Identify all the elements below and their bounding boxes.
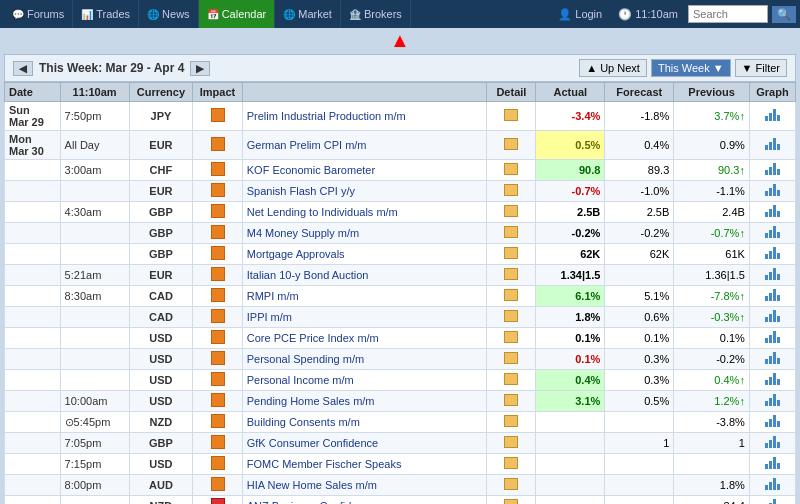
detail-cell[interactable]: [487, 286, 536, 307]
date-cell: [5, 370, 61, 391]
actual-cell: 1.8%: [536, 307, 605, 328]
nav-next[interactable]: ▶: [190, 61, 210, 76]
detail-cell[interactable]: [487, 475, 536, 496]
detail-icon[interactable]: [504, 289, 518, 301]
market-icon: 🌐: [283, 9, 295, 20]
graph-cell[interactable]: [749, 286, 795, 307]
graph-cell[interactable]: [749, 370, 795, 391]
graph-icon[interactable]: [765, 394, 780, 406]
graph-icon[interactable]: [765, 331, 780, 343]
detail-cell[interactable]: [487, 244, 536, 265]
graph-icon[interactable]: [765, 247, 780, 259]
filter-button[interactable]: ▼ Filter: [735, 59, 787, 77]
table-row: USD Core PCE Price Index m/m 0.1% 0.1% 0…: [5, 328, 796, 349]
detail-icon[interactable]: [504, 226, 518, 238]
graph-icon[interactable]: [765, 352, 780, 364]
detail-icon[interactable]: [504, 436, 518, 448]
login-button[interactable]: 👤 Login: [552, 5, 608, 24]
graph-cell[interactable]: [749, 307, 795, 328]
graph-cell[interactable]: [749, 328, 795, 349]
graph-icon[interactable]: [765, 268, 780, 280]
detail-cell[interactable]: [487, 349, 536, 370]
detail-cell[interactable]: [487, 433, 536, 454]
this-week-button[interactable]: This Week ▼: [651, 59, 731, 77]
nav-forums[interactable]: 💬 Forums: [4, 0, 73, 28]
graph-cell[interactable]: [749, 265, 795, 286]
graph-icon[interactable]: [765, 138, 780, 150]
graph-cell[interactable]: [749, 131, 795, 160]
detail-cell[interactable]: [487, 454, 536, 475]
detail-cell[interactable]: [487, 370, 536, 391]
impact-orange-icon: [211, 246, 225, 260]
graph-cell[interactable]: [749, 433, 795, 454]
detail-icon[interactable]: [504, 310, 518, 322]
detail-cell[interactable]: [487, 223, 536, 244]
detail-cell[interactable]: [487, 412, 536, 433]
graph-icon[interactable]: [765, 205, 780, 217]
nav-market[interactable]: 🌐 Market: [275, 0, 341, 28]
nav-calendar[interactable]: 📅 Calendar: [199, 0, 276, 28]
detail-cell[interactable]: [487, 328, 536, 349]
detail-icon[interactable]: [504, 352, 518, 364]
graph-cell[interactable]: [749, 391, 795, 412]
graph-icon[interactable]: [765, 478, 780, 490]
detail-cell[interactable]: [487, 160, 536, 181]
graph-icon[interactable]: [765, 436, 780, 448]
detail-icon[interactable]: [504, 394, 518, 406]
detail-cell[interactable]: [487, 391, 536, 412]
graph-cell[interactable]: [749, 102, 795, 131]
detail-icon[interactable]: [504, 331, 518, 343]
detail-icon[interactable]: [504, 499, 518, 504]
graph-icon[interactable]: [765, 310, 780, 322]
nav-trades[interactable]: 📊 Trades: [73, 0, 139, 28]
detail-icon[interactable]: [504, 268, 518, 280]
nav-prev[interactable]: ◀: [13, 61, 33, 76]
graph-icon[interactable]: [765, 499, 780, 504]
detail-cell[interactable]: [487, 181, 536, 202]
forecast-cell: [605, 454, 674, 475]
graph-icon[interactable]: [765, 109, 780, 121]
graph-icon[interactable]: [765, 289, 780, 301]
graph-cell[interactable]: [749, 160, 795, 181]
impact-orange-icon: [211, 414, 225, 428]
nav-news[interactable]: 🌐 News: [139, 0, 199, 28]
graph-icon[interactable]: [765, 163, 780, 175]
graph-icon[interactable]: [765, 457, 780, 469]
detail-icon[interactable]: [504, 109, 518, 121]
graph-cell[interactable]: [749, 202, 795, 223]
graph-cell[interactable]: [749, 496, 795, 505]
up-next-button[interactable]: ▲ Up Next: [579, 59, 647, 77]
detail-cell[interactable]: [487, 202, 536, 223]
date-cell: [5, 412, 61, 433]
graph-cell[interactable]: [749, 349, 795, 370]
impact-orange-icon: [211, 435, 225, 449]
graph-cell[interactable]: [749, 223, 795, 244]
detail-icon[interactable]: [504, 415, 518, 427]
graph-icon[interactable]: [765, 184, 780, 196]
detail-cell[interactable]: [487, 265, 536, 286]
graph-cell[interactable]: [749, 244, 795, 265]
graph-cell[interactable]: [749, 181, 795, 202]
search-button[interactable]: 🔍: [772, 6, 796, 23]
detail-icon[interactable]: [504, 205, 518, 217]
graph-icon[interactable]: [765, 226, 780, 238]
graph-cell[interactable]: [749, 454, 795, 475]
detail-cell[interactable]: [487, 307, 536, 328]
currency-cell: NZD: [129, 496, 193, 505]
nav-brokers[interactable]: 🏦 Brokers: [341, 0, 411, 28]
graph-icon[interactable]: [765, 415, 780, 427]
graph-cell[interactable]: [749, 475, 795, 496]
detail-icon[interactable]: [504, 373, 518, 385]
detail-cell[interactable]: [487, 131, 536, 160]
detail-icon[interactable]: [504, 163, 518, 175]
detail-cell[interactable]: [487, 496, 536, 505]
graph-icon[interactable]: [765, 373, 780, 385]
detail-icon[interactable]: [504, 138, 518, 150]
detail-icon[interactable]: [504, 247, 518, 259]
detail-icon[interactable]: [504, 457, 518, 469]
detail-icon[interactable]: [504, 478, 518, 490]
graph-cell[interactable]: [749, 412, 795, 433]
detail-cell[interactable]: [487, 102, 536, 131]
detail-icon[interactable]: [504, 184, 518, 196]
search-input[interactable]: [688, 5, 768, 23]
